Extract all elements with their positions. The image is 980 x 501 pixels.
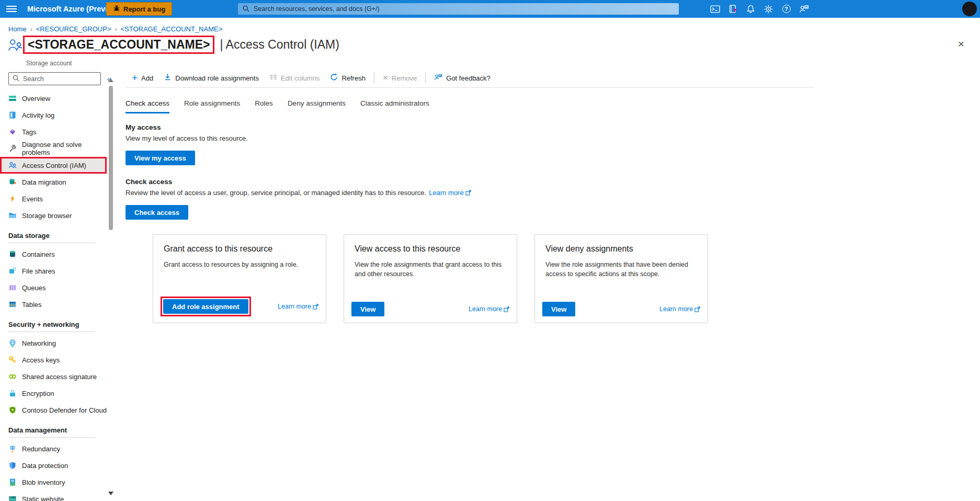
cloud-shell-icon[interactable] (710, 4, 720, 14)
notifications-bell-icon[interactable] (746, 4, 756, 14)
data-migration-icon (8, 178, 17, 186)
help-icon[interactable]: ? (781, 4, 791, 14)
sidebar-item-file-shares[interactable]: File shares (0, 263, 107, 279)
divider (8, 437, 95, 438)
sidebar-item-diagnose[interactable]: Diagnose and solve problems (0, 140, 107, 157)
shield-icon (8, 461, 17, 470)
storage-account-people-icon (7, 37, 23, 56)
sidebar-item-activity-log[interactable]: Activity log (0, 107, 107, 123)
sidebar-search (8, 72, 101, 85)
refresh-button[interactable]: Refresh (328, 70, 368, 86)
divider (425, 73, 426, 83)
check-access-description: Review the level of access a user, group… (126, 189, 426, 197)
more-options-icon[interactable]: ··· (287, 40, 299, 50)
networking-globe-icon (8, 339, 17, 347)
grant-access-card: Grant access to this resource Grant acce… (153, 234, 326, 323)
resource-menu: Overview Activity log Tags Diagnose and … (0, 90, 107, 501)
sidebar-item-networking[interactable]: Networking (0, 335, 107, 351)
tab-deny-assignments[interactable]: Deny assignments (288, 99, 346, 113)
containers-icon (8, 250, 17, 258)
view-access-learn-more-link[interactable]: Learn more (469, 305, 509, 313)
sidebar-item-overview[interactable]: Overview (0, 90, 107, 107)
folder-icon (8, 211, 17, 220)
breadcrumb-storage-account[interactable]: <STORAGE_ACCOUNT_NAME> (120, 25, 222, 33)
plus-icon: + (132, 74, 138, 82)
divider (8, 243, 95, 243)
remove-button[interactable]: × Remove (381, 70, 419, 86)
azure-portal: Microsoft Azure (Preview) Report a bug (0, 0, 980, 501)
add-role-assignment-button[interactable]: Add role assignment (163, 299, 248, 314)
global-search-input[interactable] (238, 3, 679, 15)
sidebar-item-static-website[interactable]: Static website (0, 491, 107, 501)
download-icon (164, 73, 172, 83)
sidebar-item-tables[interactable]: Tables (0, 296, 107, 313)
card-title: Grant access to this resource (164, 244, 315, 254)
close-icon[interactable]: × (955, 38, 967, 50)
sidebar-group-data-management: Data management (0, 423, 107, 437)
top-bar: Microsoft Azure (Preview) Report a bug (0, 0, 980, 18)
check-access-learn-more-link[interactable]: Learn more (429, 189, 471, 197)
shield-icon (8, 406, 17, 414)
my-access-description: View my level of access to this resource… (126, 134, 248, 142)
sidebar-item-tags[interactable]: Tags (0, 123, 107, 140)
sidebar-item-queues[interactable]: Queues (0, 279, 107, 296)
edit-columns-button[interactable]: Edit columns (267, 70, 322, 86)
sidebar-item-blob-inventory[interactable]: Blob inventory (0, 474, 107, 491)
tab-role-assignments[interactable]: Role assignments (184, 99, 240, 113)
tab-roles[interactable]: Roles (255, 99, 273, 113)
report-a-bug-button[interactable]: Report a bug (106, 2, 172, 16)
scrollbar-thumb[interactable] (109, 86, 113, 230)
view-access-view-button[interactable]: View (351, 302, 384, 316)
link-icon (8, 372, 17, 381)
sidebar-item-storage-browser[interactable]: Storage browser (0, 207, 107, 224)
page-title-suffix: | Access Control (IAM) (220, 38, 339, 52)
add-button[interactable]: + Add (130, 70, 155, 86)
lock-icon (8, 389, 17, 397)
top-bar-icons: ? (710, 0, 809, 18)
feedback-icon[interactable] (799, 4, 809, 14)
sidebar-item-shared-access-signature[interactable]: Shared access signature (0, 368, 107, 385)
sidebar-item-events[interactable]: Events (0, 190, 107, 207)
breadcrumb-home[interactable]: Home (8, 25, 27, 33)
refresh-icon (330, 73, 338, 83)
sidebar-item-data-migration[interactable]: Data migration (0, 174, 107, 190)
page-title: <STORAGE_ACCOUNT_NAME> (23, 36, 214, 54)
wrench-icon (8, 144, 17, 153)
check-access-heading: Check access (126, 178, 172, 186)
breadcrumb-resource-group[interactable]: <RESOURCE_GROUP> (36, 25, 111, 33)
feedback-person-icon (434, 73, 442, 83)
grant-access-learn-more-link[interactable]: Learn more (278, 303, 318, 310)
sidebar-item-contoso-defender[interactable]: Contoso Defender for Cloud (0, 402, 107, 418)
breadcrumb: Home › <RESOURCE_GROUP> › <STORAGE_ACCOU… (8, 25, 222, 33)
check-access-description-row: Review the level of access a user, group… (126, 189, 471, 197)
key-icon (8, 356, 17, 364)
got-feedback-button[interactable]: Got feedback? (432, 70, 493, 86)
search-icon (12, 74, 20, 84)
browser-window-icon (8, 495, 17, 501)
view-deny-view-button[interactable]: View (542, 302, 575, 316)
tab-classic-administrators[interactable]: Classic administrators (360, 99, 429, 113)
external-link-icon (465, 190, 471, 196)
view-my-access-button[interactable]: View my access (126, 151, 195, 165)
tab-check-access[interactable]: Check access (126, 99, 169, 113)
account-avatar[interactable] (962, 2, 977, 16)
directory-filter-icon[interactable] (728, 4, 738, 14)
sidebar-item-containers[interactable]: Containers (0, 246, 107, 263)
hamburger-menu-icon[interactable] (6, 4, 17, 14)
sidebar-search-input[interactable] (8, 72, 101, 85)
view-access-card: View access to this resource View the ro… (344, 234, 517, 323)
sidebar-item-encryption[interactable]: Encryption (0, 385, 107, 402)
scrollbar-up-arrow[interactable] (108, 78, 113, 82)
sidebar-item-access-keys[interactable]: Access keys (0, 351, 107, 368)
scrollbar-down-arrow[interactable] (108, 492, 113, 495)
view-deny-learn-more-link[interactable]: Learn more (659, 305, 700, 313)
download-role-assignments-button[interactable]: Download role assignments (162, 70, 261, 86)
sidebar-item-data-protection[interactable]: Data protection (0, 457, 107, 474)
external-link-icon (504, 306, 509, 312)
sidebar-group-security-networking: Security + networking (0, 317, 107, 332)
settings-gear-icon[interactable] (764, 4, 773, 14)
view-deny-assignments-card: View deny assignments View the role assi… (534, 234, 708, 323)
check-access-button[interactable]: Check access (126, 205, 188, 220)
sidebar-item-redundancy[interactable]: Redundancy (0, 440, 107, 457)
sidebar-item-access-control-iam[interactable]: Access Control (IAM) (0, 157, 107, 174)
